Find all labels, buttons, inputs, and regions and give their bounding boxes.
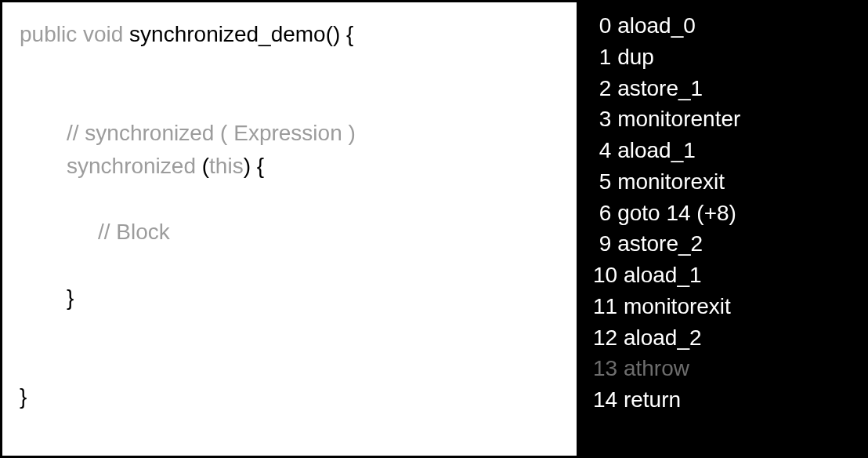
close-brace-inner: } bbox=[20, 282, 559, 314]
blank-line bbox=[20, 249, 559, 282]
bytecode-line: 9 astore_2 bbox=[593, 228, 852, 260]
code-diagram: public void synchronized_demo() { // syn… bbox=[0, 0, 868, 458]
bytecode-line: 3 monitorenter bbox=[593, 104, 852, 135]
synchronized-line: synchronized (this) { bbox=[20, 150, 559, 183]
paren-close: ) { bbox=[244, 154, 264, 178]
blank-line bbox=[20, 51, 559, 84]
blank-line bbox=[20, 84, 559, 117]
bytecode-line: 10 aload_1 bbox=[593, 260, 852, 291]
blank-line bbox=[20, 314, 559, 347]
signature-modifiers: public void bbox=[20, 22, 129, 46]
bytecode-line: 1 dup bbox=[593, 42, 852, 73]
method-name: synchronized_demo() { bbox=[129, 22, 353, 46]
bytecode-line: 6 goto 14 (+8) bbox=[593, 198, 852, 229]
bytecode-line: 14 return bbox=[593, 384, 852, 416]
close-brace-outer: } bbox=[20, 380, 559, 413]
blank-line bbox=[20, 347, 559, 380]
bytecode-line: 4 aload_1 bbox=[593, 135, 852, 166]
sync-this: this bbox=[209, 154, 244, 178]
comment-expression: // synchronized ( Expression ) bbox=[20, 117, 559, 150]
blank-line bbox=[20, 183, 559, 216]
bytecode-line: 12 aload_2 bbox=[593, 322, 852, 354]
bytecode-line: 2 astore_1 bbox=[593, 73, 852, 104]
comment-block: // Block bbox=[20, 216, 559, 249]
sync-keyword: synchronized bbox=[67, 154, 202, 178]
bytecode-line: 13 athrow bbox=[593, 353, 852, 384]
bytecode-line: 11 monitorexit bbox=[593, 291, 852, 322]
bytecode-panel: 0 aload_0 1 dup 2 astore_1 3 monitorente… bbox=[579, 2, 866, 456]
source-panel: public void synchronized_demo() { // syn… bbox=[2, 2, 579, 456]
bytecode-line: 0 aload_0 bbox=[593, 10, 852, 42]
paren-open: ( bbox=[202, 154, 209, 178]
bytecode-line: 5 monitorexit bbox=[593, 166, 852, 198]
method-signature-line: public void synchronized_demo() { bbox=[20, 18, 559, 51]
